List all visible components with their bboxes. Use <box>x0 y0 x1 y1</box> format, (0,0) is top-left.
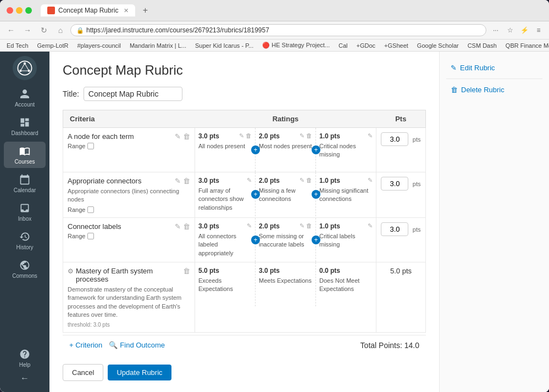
sidebar-item-courses[interactable]: Courses <box>4 142 46 168</box>
edit-rating-icon[interactable]: ✎ <box>300 222 304 229</box>
minimize-dot[interactable] <box>16 7 23 14</box>
bookmark-he[interactable]: 🔴 HE Strategy Project... <box>260 41 332 50</box>
edit-rating-icon[interactable]: ✎ <box>300 177 304 184</box>
add-rating-button[interactable]: + <box>312 236 320 244</box>
delete-rating-icon[interactable]: 🗑 <box>246 132 252 139</box>
new-tab-button[interactable]: + <box>140 5 151 16</box>
rating-item: 0.0 pts Does Not Meet Expectations <box>316 262 376 306</box>
pts-input-2[interactable] <box>381 177 408 191</box>
bookmarks-bar: Ed Tech Gemp-LotR #players-council Manda… <box>0 40 549 52</box>
criteria-name-4: Mastery of Earth system processes <box>76 267 183 283</box>
edit-rubric-button[interactable]: ✎ Edit Rubric <box>446 60 542 75</box>
forward-button[interactable]: → <box>21 24 34 37</box>
rating-pts: 3.0 pts <box>198 222 219 230</box>
bookmark-mandarin[interactable]: Mandarin Matrix | L... <box>127 41 188 50</box>
browser-titlebar: Concept Map Rubric ✕ + <box>0 0 549 21</box>
sidebar-item-inbox[interactable]: Inbox <box>4 199 46 225</box>
criteria-cell-4: ⚙ Mastery of Earth system processes 🗑 De… <box>63 262 195 332</box>
add-criterion-area: + Criterion 🔍 Find Outcome <box>69 341 165 349</box>
edit-rating-icon[interactable]: ✎ <box>368 177 373 184</box>
edit-rating-icon[interactable]: ✎ <box>368 132 373 139</box>
criteria-desc-2: Appropriate connectors (lines) connectin… <box>68 187 190 204</box>
add-rating-button[interactable]: + <box>312 145 320 154</box>
add-criterion-button[interactable]: + Criterion <box>69 341 102 349</box>
rating-desc: Critical labels missing <box>319 232 373 249</box>
more-options-icon[interactable]: ··· <box>490 24 502 36</box>
range-checkbox-3[interactable] <box>87 233 94 239</box>
bookmark-gsheet[interactable]: +GSheet <box>382 41 411 50</box>
active-tab[interactable]: Concept Map Rubric ✕ <box>41 4 135 16</box>
rubric-table: Criteria Ratings Pts A node for each ter… <box>63 110 426 333</box>
window-controls <box>7 7 32 14</box>
bookmark-edtech[interactable]: Ed Tech <box>4 41 31 50</box>
bookmark-csm[interactable]: CSM Dash <box>465 41 499 50</box>
range-label: Range <box>68 143 85 149</box>
delete-rating-icon[interactable]: 🗑 <box>306 177 312 184</box>
bookmark-superkid[interactable]: Super Kid Icarus - P... <box>193 41 256 50</box>
bookmark-cal[interactable]: Cal <box>336 41 350 50</box>
secure-icon: 🔒 <box>76 27 84 34</box>
rating-item: 3.0 pts ✎ Full array of connectors show … <box>195 172 256 216</box>
pts-display-4: 5.0 pts <box>390 267 412 275</box>
rating-item: + 1.0 pts ✎ Critical labels missing <box>316 218 376 262</box>
sidebar-courses-label: Courses <box>14 159 35 165</box>
bookmark-gemp[interactable]: Gemp-LotR <box>35 41 71 50</box>
pts-input-1[interactable] <box>381 132 408 146</box>
cancel-button[interactable]: Cancel <box>63 364 103 381</box>
bookmark-scholar[interactable]: Google Scholar <box>415 41 461 50</box>
calendar-icon <box>19 173 31 186</box>
add-rating-button[interactable]: + <box>312 190 320 199</box>
sidebar-item-calendar[interactable]: Calendar <box>4 170 46 197</box>
refresh-button[interactable]: ↻ <box>37 24 51 37</box>
add-rating-button[interactable]: + <box>251 145 260 154</box>
sidebar-item-help[interactable]: Help <box>4 345 46 371</box>
delete-rating-icon[interactable]: 🗑 <box>306 222 312 229</box>
title-input[interactable] <box>84 87 182 101</box>
delete-icon[interactable]: 🗑 <box>183 132 190 141</box>
sidebar-item-history[interactable]: History <box>4 227 46 254</box>
bookmark-players[interactable]: #players-council <box>75 41 123 50</box>
home-button[interactable]: ⌂ <box>54 24 67 37</box>
sidebar-item-commons[interactable]: Commons <box>4 256 46 282</box>
pts-input-3[interactable] <box>381 222 408 236</box>
add-rating-button[interactable]: + <box>251 236 260 244</box>
delete-rating-icon[interactable]: 🗑 <box>306 132 312 139</box>
collapse-sidebar-button[interactable]: ← <box>20 373 29 383</box>
delete-icon[interactable]: 🗑 <box>183 177 190 185</box>
edit-rating-icon[interactable]: ✎ <box>247 177 252 184</box>
edit-icon[interactable]: ✎ <box>175 132 181 141</box>
rating-pts: 3.0 pts <box>198 177 219 184</box>
range-checkbox-2[interactable] <box>87 206 94 213</box>
bookmark-qbr[interactable]: QBR Finance Metric... <box>503 41 549 50</box>
sidebar-item-dashboard[interactable]: Dashboard <box>4 113 46 139</box>
add-rating-button[interactable]: + <box>251 190 260 199</box>
extensions-icon[interactable]: ⚡ <box>518 24 530 36</box>
edit-rating-icon[interactable]: ✎ <box>368 222 373 229</box>
close-dot[interactable] <box>7 7 13 14</box>
rating-desc: All nodes present <box>198 142 252 150</box>
find-outcome-button[interactable]: 🔍 Find Outcome <box>109 341 165 349</box>
rating-pts: 1.0 pts <box>319 132 340 140</box>
edit-rating-icon[interactable]: ✎ <box>300 132 304 139</box>
sidebar-item-account[interactable]: Account <box>4 85 46 111</box>
maximize-dot[interactable] <box>25 7 32 14</box>
back-button[interactable]: ← <box>4 24 18 37</box>
delete-rubric-button[interactable]: 🗑 Delete Rubric <box>446 82 542 97</box>
history-icon <box>19 231 31 243</box>
edit-rating-icon[interactable]: ✎ <box>247 222 252 229</box>
sidebar-account-label: Account <box>15 102 35 108</box>
edit-icon[interactable]: ✎ <box>175 177 181 185</box>
edit-rating-icon[interactable]: ✎ <box>239 132 244 139</box>
tab-close-button[interactable]: ✕ <box>124 7 129 14</box>
update-rubric-button[interactable]: Update Rubric <box>108 365 171 380</box>
menu-icon[interactable]: ≡ <box>533 24 545 36</box>
delete-icon[interactable]: 🗑 <box>183 267 190 283</box>
edit-icon[interactable]: ✎ <box>175 222 181 231</box>
range-checkbox-1[interactable] <box>87 143 94 149</box>
total-value: 14.0 <box>404 341 419 350</box>
bookmark-gdoc[interactable]: +GDoc <box>354 41 378 50</box>
address-bar[interactable]: 🔒 https://jared.instructure.com/courses/… <box>70 24 486 36</box>
delete-icon[interactable]: 🗑 <box>183 222 190 231</box>
outcome-icon: ⚙ <box>68 267 74 275</box>
bookmark-icon[interactable]: ☆ <box>504 24 516 36</box>
